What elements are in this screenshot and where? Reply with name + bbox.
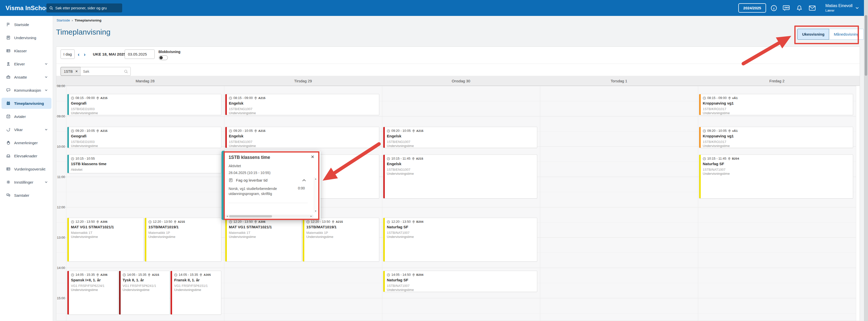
mail-icon[interactable] bbox=[808, 0, 816, 16]
event-card[interactable]: 09:20 - 10:05A215Engelsk1STB/ENG1007Unde… bbox=[383, 127, 537, 148]
today-button[interactable]: I dag bbox=[61, 50, 75, 59]
event-meta: 08:15 - 09:00vÅ1 bbox=[703, 96, 851, 100]
sidebar-item-avtaler[interactable]: Avtaler bbox=[1, 111, 52, 122]
prev-week-button[interactable]: ‹ bbox=[78, 51, 80, 58]
sidebar-item-elever[interactable]: Elever bbox=[1, 58, 52, 69]
calendar-icon bbox=[6, 101, 10, 106]
event-room: A215 bbox=[416, 157, 424, 160]
block-view-toggle[interactable] bbox=[159, 55, 168, 60]
location-pin-icon bbox=[412, 273, 415, 276]
filter-search[interactable] bbox=[80, 67, 131, 76]
event-body: 10:15 - 10:551STB klassens timeAktivitet bbox=[71, 157, 219, 172]
sidebar-item-ansatte[interactable]: Ansatte bbox=[1, 71, 52, 83]
event-type: Undervisningstime bbox=[703, 144, 851, 148]
event-color-bar bbox=[67, 155, 69, 173]
event-body: 14:05 - 15:35A215Tysk II, 1. årVG1 FRSP/… bbox=[123, 273, 168, 292]
event-card[interactable]: 10:15 - 11:45B204Naturfag SF1STB/NAT1007… bbox=[699, 154, 853, 199]
scroll-down-icon[interactable]: ▼ bbox=[314, 210, 317, 212]
scrollbar-thumb[interactable] bbox=[229, 215, 272, 217]
user-menu[interactable]: Matias Einevoll Lærer bbox=[825, 0, 852, 16]
sidebar-item-vurderingsoversikt[interactable]: Vurderingsoversikt bbox=[1, 164, 52, 175]
event-time: 09:20 - 10:05 bbox=[234, 129, 253, 133]
event-card[interactable]: 09:20 - 10:05vÅ1Kroppsøving vg11STB/KRO1… bbox=[699, 127, 853, 148]
page-scrollbar-thumb[interactable] bbox=[865, 15, 867, 76]
event-card[interactable]: 09:20 - 10:05A215Engelsk1STB/ENG1007Unde… bbox=[225, 127, 379, 148]
event-card[interactable]: 08:15 - 09:00A215Geografi1STB/GEO1003Und… bbox=[67, 94, 221, 115]
global-search[interactable] bbox=[46, 3, 122, 12]
date-input[interactable] bbox=[125, 50, 155, 59]
sidebar-item-timeplanvisning[interactable]: Timeplanvisning bbox=[1, 98, 52, 109]
sidebar-item-innstillinger[interactable]: Innstillinger bbox=[1, 177, 52, 188]
refresh-icon bbox=[6, 127, 10, 132]
event-card[interactable]: 12:20 - 13:50A306MAT VG1 ST/MAT1021/1Mat… bbox=[67, 218, 144, 262]
event-card[interactable]: 14:05 - 15:35A215Tysk II, 1. årVG1 FRSP/… bbox=[119, 271, 170, 315]
event-body: 14:05 - 15:35A206Spansk I+II, 1. årVG1 F… bbox=[71, 273, 116, 292]
chip-remove-icon[interactable]: ✕ bbox=[75, 69, 78, 73]
event-card[interactable]: 08:15 - 09:00vÅ1Kroppsøving vg11STB/KRO1… bbox=[699, 94, 853, 115]
event-card[interactable]: 08:15 - 09:00A215Engelsk1STB/ENG1007Unde… bbox=[225, 94, 379, 115]
sidebar-item-klasser[interactable]: Klasser bbox=[1, 45, 52, 56]
event-time: 12:20 - 13:50 bbox=[234, 220, 253, 224]
bell-icon[interactable] bbox=[796, 0, 803, 16]
event-title: Tysk II, 1. år bbox=[123, 278, 168, 282]
breadcrumb-home[interactable]: Startside bbox=[57, 19, 70, 22]
event-time: 14:05 - 15:35 bbox=[127, 273, 147, 276]
chats-icon bbox=[6, 193, 10, 198]
event-card[interactable]: 14:05 - 14:50B204Naturfag SF1STB/NAT1007… bbox=[383, 271, 537, 292]
scroll-left-icon[interactable]: ◄ bbox=[226, 215, 228, 217]
event-card[interactable]: 14:05 - 15:35A305Fransk II, 1. årVG1 FRS… bbox=[170, 271, 221, 315]
event-card[interactable]: 12:20 - 13:50A2151STB/MAT1019/1Matematik… bbox=[145, 218, 221, 262]
clock-icon bbox=[123, 273, 126, 276]
month-view-button[interactable]: Månedsvisning bbox=[829, 29, 864, 40]
event-meta: 12:20 - 13:50A215 bbox=[306, 220, 377, 224]
inbox-icon bbox=[6, 153, 10, 158]
event-type: Aktivitet bbox=[71, 168, 219, 172]
event-card[interactable]: 14:05 - 15:35A206Spansk I+II, 1. årVG1 F… bbox=[67, 271, 118, 315]
global-search-input[interactable] bbox=[55, 6, 119, 10]
event-card[interactable]: 12:20 - 13:50A306MAT VG1 ST/MAT1021/1Mat… bbox=[225, 218, 302, 262]
chevron-up-icon[interactable] bbox=[302, 179, 306, 183]
hour-label: 13:00 bbox=[55, 236, 65, 239]
chevron-down-icon[interactable] bbox=[855, 5, 860, 11]
scroll-right-icon[interactable]: ► bbox=[310, 215, 312, 217]
hand-icon bbox=[6, 140, 10, 145]
popup-section-header[interactable]: Fag og leverbar tid bbox=[228, 178, 268, 182]
filter-search-input[interactable] bbox=[83, 69, 124, 74]
clock-icon bbox=[71, 129, 74, 133]
event-title: 1STB klassens time bbox=[71, 162, 219, 166]
info-icon[interactable] bbox=[770, 0, 777, 16]
scroll-up-icon[interactable]: ▲ bbox=[314, 178, 317, 180]
class-filter-chip[interactable]: 1STB ✕ bbox=[61, 67, 81, 76]
sidebar-item-startside[interactable]: Startside bbox=[1, 19, 52, 30]
clock-icon bbox=[71, 157, 74, 160]
event-code: 1STB/ENG1007 bbox=[229, 140, 377, 144]
page-scrollbar[interactable] bbox=[864, 0, 868, 321]
school-year-button[interactable]: 2024/2025 bbox=[738, 3, 766, 12]
event-room: vÅ1 bbox=[732, 96, 738, 100]
event-code: VG1 FRSP/FSP6151/1 bbox=[174, 284, 219, 288]
sidebar-item-label: Timeplanvisning bbox=[14, 101, 44, 106]
popup-vertical-scrollbar[interactable]: ▲ ▼ bbox=[314, 177, 317, 213]
sidebar-item-kommunikasjon[interactable]: Kommunikasjon bbox=[1, 85, 52, 96]
event-code: 1STB/NAT1007 bbox=[703, 168, 851, 172]
sms-icon[interactable]: SMS bbox=[782, 0, 790, 16]
popup-horizontal-scrollbar[interactable]: ◄ ► bbox=[225, 215, 313, 218]
event-code: 1STB/ENG1007 bbox=[229, 107, 377, 111]
week-view-button[interactable]: Ukesvisning bbox=[797, 29, 829, 40]
sidebar-item-samtaler[interactable]: Samtaler bbox=[1, 190, 52, 201]
sidebar-item-undervisning[interactable]: Undervisning bbox=[1, 32, 52, 43]
event-card[interactable]: 12:20 - 13:50B204Naturfag SF1STB/NAT1007… bbox=[383, 218, 537, 262]
block-view-label: Blokkvisning bbox=[158, 50, 180, 54]
sidebar-item-elevs-knader[interactable]: Elevsøknader bbox=[1, 150, 52, 162]
event-card[interactable]: 10:15 - 10:551STB klassens timeAktivitet bbox=[67, 154, 221, 173]
sidebar-item-vikar[interactable]: Vikar bbox=[1, 124, 52, 135]
event-card[interactable]: 09:20 - 10:05A215Geografi1STB/GEO1003Und… bbox=[67, 127, 221, 148]
event-card[interactable]: 10:15 - 11:45A215Engelsk1STB/ENG1007Unde… bbox=[383, 154, 537, 199]
event-code: Matematikk 1T bbox=[71, 231, 142, 235]
event-card[interactable]: 12:20 - 13:50A2151STB/MAT1019/1Matematik… bbox=[303, 218, 379, 262]
app-logo[interactable]: Visma InSchool bbox=[5, 0, 51, 16]
next-week-button[interactable]: › bbox=[84, 51, 86, 58]
sidebar-item-anmerkninger[interactable]: Anmerkninger bbox=[1, 137, 52, 148]
close-icon[interactable]: ✕ bbox=[311, 154, 314, 159]
toolbar-divider bbox=[56, 64, 860, 64]
